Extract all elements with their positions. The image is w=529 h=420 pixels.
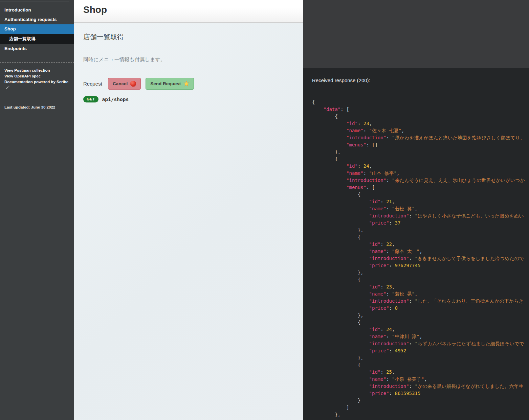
sidebar-item-introduction[interactable]: Introduction (0, 5, 74, 15)
scribe-link[interactable]: Documentation powered by Scribe (4, 79, 69, 91)
cancel-button-label: Cancel (113, 81, 128, 86)
send-request-button-label: Send Request (150, 81, 181, 86)
stop-sign-icon (130, 81, 136, 87)
response-block: Received response (200): { "data": [ { "… (303, 68, 529, 420)
request-row: Request Cancel Send Request (83, 78, 293, 90)
content-body: 店舗一覧取得 同時にメニュー情報も付属します。 Request Cancel S… (74, 23, 303, 420)
endpoint-description: 同時にメニュー情報も付属します。 (83, 56, 293, 63)
response-json: { "data": [ { "id": 23, "name": "佐々木 七夏"… (312, 99, 529, 420)
http-method-badge: GET (83, 96, 98, 102)
collision-icon (183, 81, 189, 87)
response-status-label: Received response (200): (312, 77, 529, 84)
example-requests-area (303, 0, 529, 68)
sidebar-top-divider (0, 1, 69, 1)
send-request-button[interactable]: Send Request (146, 78, 194, 90)
sidebar-item-endpoints[interactable]: Endpoints (0, 44, 74, 53)
last-updated: Last updated: June 30 2022 (0, 100, 74, 114)
request-label: Request (83, 81, 102, 87)
sidebar-item-shop-list[interactable]: 店舗一覧取得 (0, 34, 74, 44)
scribe-link-label: Documentation powered by Scribe (4, 80, 68, 84)
main-content: Shop 店舗一覧取得 同時にメニュー情報も付属します。 Request Can… (74, 0, 303, 420)
cancel-button[interactable]: Cancel (108, 78, 141, 90)
sidebar-nav: Introduction Authenticating requests Sho… (0, 0, 74, 53)
pencil-icon (6, 85, 9, 91)
sidebar-item-authenticating-requests[interactable]: Authenticating requests (0, 15, 74, 24)
sidebar-links: View Postman collection View OpenAPI spe… (0, 63, 74, 91)
sidebar-item-shop[interactable]: Shop (0, 24, 74, 34)
openapi-spec-link[interactable]: View OpenAPI spec (4, 73, 69, 79)
sidebar: Introduction Authenticating requests Sho… (0, 0, 74, 420)
section-title: 店舗一覧取得 (83, 32, 293, 42)
content-header: Shop (74, 0, 303, 23)
response-panel: Received response (200): { "data": [ { "… (303, 0, 529, 420)
endpoint-path: api/shops (102, 97, 129, 102)
page-title: Shop (83, 4, 293, 15)
route-row: GET api/shops (83, 96, 293, 102)
postman-collection-link[interactable]: View Postman collection (4, 68, 69, 73)
